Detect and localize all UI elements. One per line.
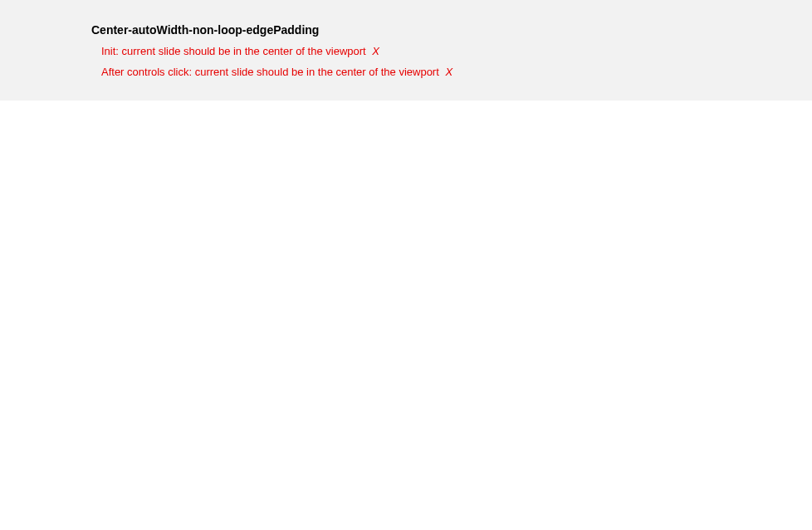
test-report-section: Center-autoWidth-non-loop-edgePadding In… bbox=[0, 0, 812, 101]
fail-mark-icon: X bbox=[445, 66, 452, 78]
test-item: Init: current slide should be in the cen… bbox=[91, 44, 721, 59]
fail-mark-icon: X bbox=[372, 45, 379, 57]
test-list: Init: current slide should be in the cen… bbox=[91, 44, 721, 80]
test-text: After controls click: current slide shou… bbox=[101, 66, 439, 78]
test-text: Init: current slide should be in the cen… bbox=[101, 45, 366, 57]
section-title: Center-autoWidth-non-loop-edgePadding bbox=[91, 23, 721, 37]
test-item: After controls click: current slide shou… bbox=[91, 65, 721, 80]
